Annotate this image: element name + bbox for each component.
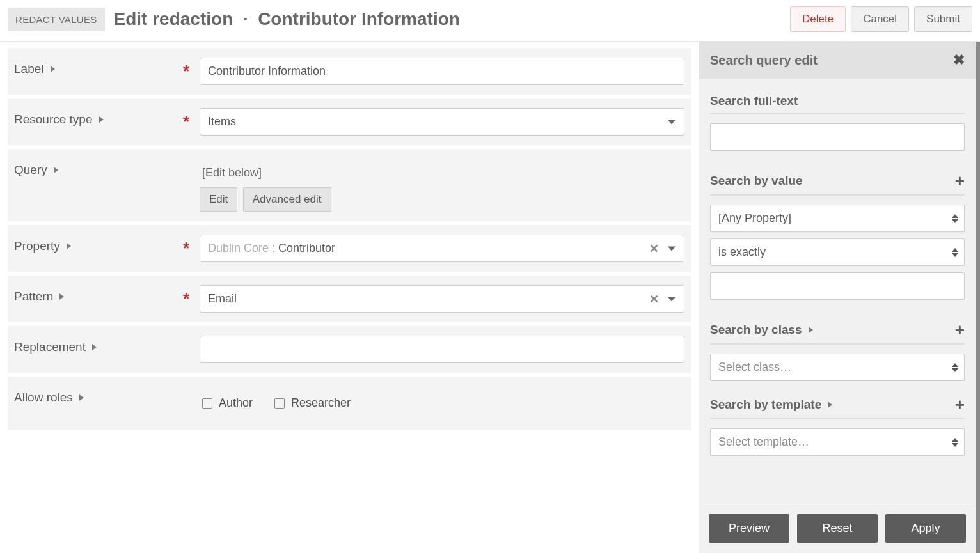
search-fulltext-input[interactable] [710,123,965,151]
section-label: Search by template [710,398,821,412]
query-edit-button[interactable]: Edit [200,187,237,212]
template-select-value: Select template… [710,428,965,456]
add-value-icon[interactable]: + [955,173,965,189]
field-pattern: Pattern * Email ✕ [8,276,691,322]
add-class-icon[interactable]: + [955,322,965,338]
caret-right-icon [51,66,55,72]
clear-icon[interactable]: ✕ [649,292,659,306]
class-select-value: Select class… [710,354,965,381]
property-vocab-prefix: Dublin Core : [208,242,278,254]
label-input[interactable] [200,58,684,85]
clear-icon[interactable]: ✕ [649,242,659,256]
spinner-icon [952,438,958,447]
section-label: Search by value [710,174,803,188]
checkbox-label: Researcher [291,396,351,410]
caret-right-icon [99,116,104,123]
label-text: Query [14,163,47,177]
checkbox-icon [274,398,285,409]
value-op-value: is exactly [710,238,965,266]
section-search-by-class: Search by class + [710,322,965,338]
add-template-icon[interactable]: + [955,396,965,413]
query-advanced-edit-button[interactable]: Advanced edit [243,187,331,212]
replacement-input[interactable] [200,336,684,363]
field-allow-roles: Allow roles Author Researcher [8,377,691,430]
field-property: Property * Dublin Core : Contributor ✕ [8,225,691,272]
pattern-value: Email [200,285,684,313]
required-icon: * [183,289,189,309]
page-title: Edit redaction · Contributor Information [114,9,790,29]
caret-right-icon [828,401,832,408]
close-icon[interactable]: ✖ [953,52,965,68]
chevron-down-icon [668,297,676,301]
value-property-select[interactable]: [Any Property] [710,205,965,232]
label-text: Pattern [14,290,53,304]
sidebar-title: Search query edit [710,53,818,68]
submit-button[interactable]: Submit [914,6,972,32]
header-actions: Delete Cancel Submit [790,6,972,32]
checkbox-label: Author [219,396,253,410]
field-label: Label * [8,48,691,95]
class-select[interactable]: Select class… [710,354,965,381]
property-term: Contributor [278,242,335,254]
section-label: Search full-text [710,94,798,108]
caret-right-icon [54,167,58,173]
resource-type-value: Items [200,108,684,136]
checkbox-icon [202,398,212,409]
field-label-allow-roles[interactable]: Allow roles [8,377,200,419]
resource-type-select[interactable]: Items [200,108,684,136]
pattern-select[interactable]: Email ✕ [200,285,684,313]
preview-button[interactable]: Preview [709,514,789,543]
value-text-input[interactable] [710,272,965,300]
section-search-by-template: Search by template + [710,396,965,413]
required-icon: * [183,238,189,258]
sidebar-header: Search query edit ✖ [699,42,976,79]
divider [710,343,965,345]
property-value: Dublin Core : Contributor [200,235,684,262]
field-label-resource-type[interactable]: Resource type * [8,98,200,141]
query-hint-text: [Edit below] [200,159,684,187]
field-label-replacement[interactable]: Replacement [8,326,200,368]
caret-right-icon [809,327,813,333]
role-checkbox-author[interactable]: Author [202,396,253,410]
field-label-property[interactable]: Property * [8,225,200,267]
section-label: Search by class [710,323,802,337]
value-op-select[interactable]: is exactly [710,238,965,266]
field-query: Query [Edit below] Edit Advanced edit [8,149,691,221]
field-label-label[interactable]: Label * [8,48,200,90]
divider [710,418,965,419]
spinner-icon [952,214,958,223]
sidebar: Search query edit ✖ Search full-text Sea… [699,42,980,553]
sidebar-footer: Preview Reset Apply [699,506,976,553]
section-search-fulltext: Search full-text [710,94,965,108]
label-text: Property [14,239,60,253]
caret-right-icon [79,394,84,401]
delete-button[interactable]: Delete [790,6,846,32]
apply-button[interactable]: Apply [885,514,966,543]
role-checkbox-researcher[interactable]: Researcher [274,396,351,410]
module-badge: REDACT VALUES [8,8,105,31]
divider [710,194,965,196]
divider [710,113,965,114]
caret-right-icon [92,344,97,350]
label-text: Label [14,62,44,76]
spinner-icon [952,248,958,257]
value-property-value: [Any Property] [710,205,965,232]
reset-button[interactable]: Reset [797,514,878,543]
section-search-by-value: Search by value + [710,173,965,189]
chevron-down-icon [668,246,676,251]
caret-right-icon [59,293,64,300]
required-icon: * [183,61,189,81]
field-label-pattern[interactable]: Pattern * [8,276,200,318]
template-select[interactable]: Select template… [710,428,965,456]
page-header: REDACT VALUES Edit redaction · Contribut… [0,0,980,42]
field-label-query[interactable]: Query [8,149,200,191]
form-column: Label * Resource type * Items [0,42,699,553]
caret-right-icon [67,243,71,249]
cancel-button[interactable]: Cancel [851,6,909,32]
property-select[interactable]: Dublin Core : Contributor ✕ [200,235,684,262]
field-replacement: Replacement [8,326,691,373]
label-text: Allow roles [14,391,73,405]
label-text: Resource type [14,113,93,127]
required-icon: * [183,112,189,132]
chevron-down-icon [668,120,676,124]
